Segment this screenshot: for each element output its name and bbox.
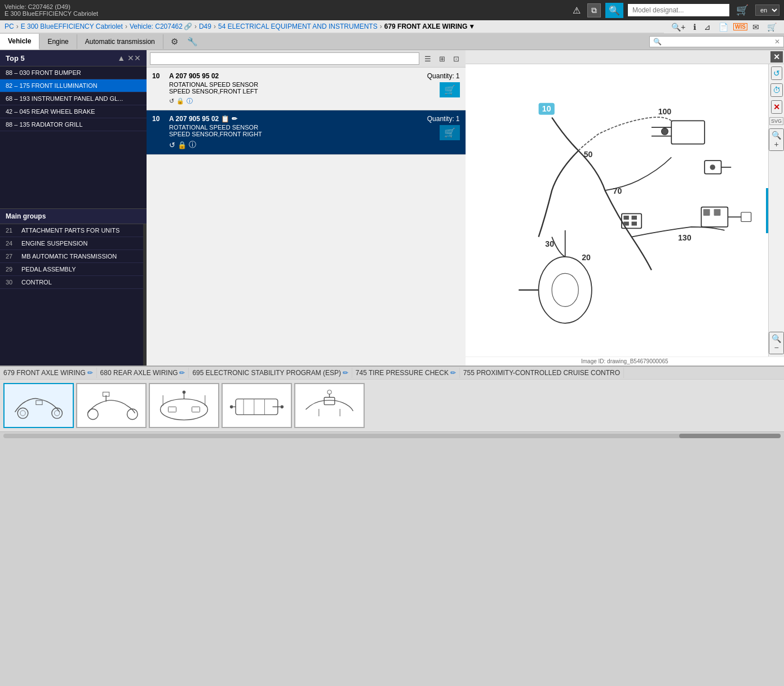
doc-toolbar[interactable]: 📄 xyxy=(716,21,731,33)
thumb-label-1[interactable]: 680 REAR AXLE WIRING ✏ xyxy=(97,368,189,378)
warning-icon[interactable]: ⚠ xyxy=(570,4,583,17)
main-group-21[interactable]: 21 ATTACHMENT PARTS FOR UNITS xyxy=(0,224,143,237)
top5-item-2[interactable]: 68 – 193 INSTRUMENT PANEL AND GL... xyxy=(0,92,147,105)
top5-controls: ▲ ✕✕ xyxy=(117,54,141,63)
svg-point-38 xyxy=(161,399,208,420)
thumbnail-4[interactable] xyxy=(294,383,365,428)
thumb-edit-icon-3[interactable]: ✏ xyxy=(450,369,456,377)
svg-point-12 xyxy=(538,257,591,323)
thumb-edit-icon-2[interactable]: ✏ xyxy=(343,369,348,377)
part-edit-icon-1[interactable]: 📋 xyxy=(221,115,229,123)
part-desc2-1: SPEED SENSOR,FRONT RIGHT xyxy=(169,131,427,137)
group-name-30: CONTROL xyxy=(21,279,52,286)
cart-toolbar[interactable]: 🛒 xyxy=(764,21,779,33)
svg-point-30 xyxy=(20,411,25,416)
top5-item-0[interactable]: 88 – 030 FRONT BUMPER xyxy=(0,66,147,79)
language-select[interactable]: en de xyxy=(755,5,779,16)
breadcrumb-dropdown[interactable]: ▼ xyxy=(468,23,475,30)
side-icon-undo[interactable]: ↺ xyxy=(771,66,782,80)
top5-collapse[interactable]: ▲ xyxy=(117,54,125,63)
breadcrumb-electrical[interactable]: 54 ELECTRICAL EQUIPMENT AND INSTRUMENTS xyxy=(218,23,378,30)
left-scrollbar[interactable] xyxy=(143,224,147,366)
part-info-0[interactable]: ⓘ xyxy=(187,97,193,105)
part-item-0[interactable]: 10 A 207 905 95 02 ROTATIONAL SPEED SENS… xyxy=(147,68,466,110)
part-lock-0[interactable]: 🔒 xyxy=(176,97,184,105)
side-icon-undo2[interactable]: ⏱ xyxy=(770,83,783,97)
tab-engine[interactable]: Engine xyxy=(39,34,77,49)
thumb-edit-icon-0[interactable]: ✏ xyxy=(87,369,93,377)
thumbnail-0[interactable] xyxy=(3,383,74,428)
top5-item-1[interactable]: 82 – 175 FRONT ILLUMINATION xyxy=(0,79,147,92)
part-copy-icon-1[interactable]: ✏ xyxy=(232,115,237,123)
breadcrumb-vehicle-line[interactable]: E 300 BlueEFFICIENCY Cabriolet xyxy=(21,23,123,30)
thumbnail-3[interactable] xyxy=(222,383,292,428)
side-icon-zoom-out[interactable]: 🔍− xyxy=(769,332,784,354)
part-refresh-0[interactable]: ↺ xyxy=(169,97,174,105)
info-toolbar[interactable]: ℹ xyxy=(690,21,699,33)
part-actions-1: ↺ 🔒 ⓘ xyxy=(169,140,427,150)
thumb-label-4[interactable]: 755 PROXIMITY-CONTROLLED CRUISE CONTRO xyxy=(460,368,624,378)
zoom-in-toolbar[interactable]: 🔍+ xyxy=(668,21,688,33)
breadcrumb-vehicle[interactable]: Vehicle: C207462 xyxy=(130,23,183,30)
part-info-1: A 207 905 95 02 📋 ✏ ROTATIONAL SPEED SEN… xyxy=(169,115,427,150)
thumb-label-2[interactable]: 695 ELECTRONIC STABILITY PROGRAM (ESP) ✏ xyxy=(189,368,352,378)
cart-top-icon[interactable]: 🛒 xyxy=(734,3,751,17)
group-name-29: PEDAL ASSEMBLY xyxy=(21,266,76,273)
model-search-input[interactable] xyxy=(628,4,729,16)
scrollbar-track[interactable] xyxy=(3,434,781,438)
diagram-image-id: Image ID: drawing_B54679000065 xyxy=(466,357,785,366)
tab-icon-tool[interactable]: 🔧 xyxy=(184,35,201,48)
part-refresh-1[interactable]: ↺ xyxy=(169,141,175,149)
main-group-30[interactable]: 30 CONTROL xyxy=(0,276,143,289)
filter-toolbar[interactable]: ⊿ xyxy=(701,21,714,33)
side-icon-zoom-in[interactable]: 🔍+ xyxy=(769,128,784,151)
breadcrumb-d49[interactable]: D49 xyxy=(199,23,211,30)
thumb-edit-icon-1[interactable]: ✏ xyxy=(179,369,185,377)
part-cart-0[interactable]: 🛒 xyxy=(440,82,460,97)
mail-toolbar[interactable]: ✉ xyxy=(750,21,762,33)
svg-point-51 xyxy=(281,406,284,409)
breadcrumb-current: 679 FRONT AXLE WIRING xyxy=(384,23,468,30)
scrollbar-thumb[interactable] xyxy=(679,434,781,438)
part-lock-1[interactable]: 🔒 xyxy=(178,141,187,149)
part-item-1[interactable]: 10 A 207 905 95 02 📋 ✏ ROTATIONAL SPEED … xyxy=(147,110,466,155)
svg-rect-42 xyxy=(192,407,200,412)
breadcrumb-pc[interactable]: PC xyxy=(5,23,14,30)
side-bar-indicator xyxy=(766,188,768,233)
thumb-label-0[interactable]: 679 FRONT AXLE WIRING ✏ xyxy=(0,368,97,378)
part-cart-1[interactable]: 🛒 xyxy=(440,125,460,140)
top-bar: Vehicle: C207462 (D49) E 300 BlueEFFICIE… xyxy=(0,0,784,20)
svg-point-35 xyxy=(127,409,138,420)
scrollbar-area xyxy=(0,431,784,439)
top5-close[interactable]: ✕✕ xyxy=(127,54,141,63)
top5-item-3[interactable]: 42 – 045 REAR WHEEL BRAKE xyxy=(0,105,147,118)
main-group-27[interactable]: 27 MB AUTOMATIC TRANSMISSION xyxy=(0,250,143,263)
main-group-29[interactable]: 29 PEDAL ASSEMBLY xyxy=(0,263,143,276)
search-top-button[interactable]: 🔍 xyxy=(605,3,623,18)
parts-close[interactable]: ⊡ xyxy=(450,53,462,65)
side-icon-svg[interactable]: SVG xyxy=(769,117,783,125)
tab-automatic-transmission[interactable]: Automatic transmission xyxy=(77,34,163,49)
top5-item-4[interactable]: 88 – 135 RADIATOR GRILL xyxy=(0,118,147,131)
tab-icon-gear[interactable]: ⚙ xyxy=(168,35,181,48)
svg-rect-33 xyxy=(36,400,42,404)
tab-search-input[interactable] xyxy=(662,38,774,46)
thumb-label-3[interactable]: 745 TIRE PRESSURE CHECK ✏ xyxy=(352,368,460,378)
vehicle-id: Vehicle: C207462 (D49) xyxy=(5,3,98,10)
main-group-24[interactable]: 24 ENGINE SUSPENSION xyxy=(0,237,143,250)
diagram-close[interactable]: ✕ xyxy=(770,51,783,63)
parts-list-view[interactable]: ☰ xyxy=(422,53,434,65)
svg-text:20: 20 xyxy=(582,253,591,262)
tab-vehicle[interactable]: Vehicle xyxy=(0,34,39,50)
parts-grid-view[interactable]: ⊞ xyxy=(436,53,448,65)
side-icon-close[interactable]: ✕ xyxy=(771,100,782,114)
wis-toolbar[interactable]: WIS xyxy=(733,23,747,30)
thumbnail-1[interactable] xyxy=(76,383,147,428)
part-info-1[interactable]: ⓘ xyxy=(189,140,196,150)
breadcrumb-vehicle-icon[interactable]: 🔗 xyxy=(184,23,192,30)
group-name-21: ATTACHMENT PARTS FOR UNITS xyxy=(21,227,119,234)
tab-search-clear[interactable]: ✕ xyxy=(774,38,780,46)
parts-search-input[interactable] xyxy=(150,52,419,65)
copy-button[interactable]: ⧉ xyxy=(587,3,601,17)
thumbnail-2[interactable] xyxy=(149,383,219,428)
